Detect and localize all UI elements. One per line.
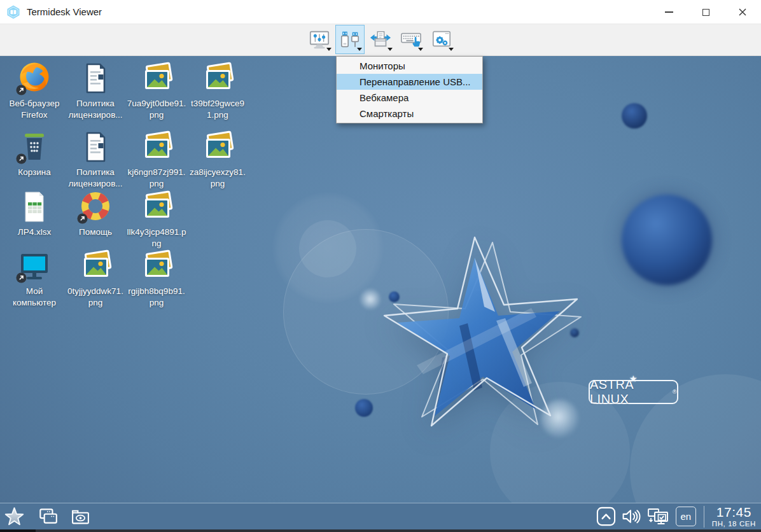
icon-label: Веб-браузер Firefox <box>4 98 65 120</box>
astra-linux-badge: ★ ASTRA LINUX ® <box>589 380 678 404</box>
menu-item-smartcards[interactable]: Смарткарты <box>337 106 482 122</box>
file-transfer-button[interactable] <box>366 25 395 54</box>
icon-label: 0tyjjyyddwk71.png <box>65 286 126 308</box>
chevron-down-icon <box>449 48 454 51</box>
icon-label: za8ijcyexzy81.png <box>187 167 248 189</box>
bokeh-circle <box>272 192 384 304</box>
termidesk-logo-icon <box>6 4 21 20</box>
keyboard-input-icon <box>400 29 422 50</box>
title-bar: Termidesk Viewer <box>0 0 761 24</box>
desktop-icon-image-file[interactable]: llk4y3jcp4891.png <box>126 189 187 249</box>
astra-star-logo <box>379 230 589 440</box>
icon-label: llk4y3jcp4891.png <box>126 227 187 249</box>
shortcut-arrow-icon <box>16 272 27 283</box>
desktop-icon-my-computer[interactable]: Мой компьютер <box>4 248 65 308</box>
badge-star-icon: ★ <box>629 374 638 384</box>
close-icon <box>738 8 747 17</box>
desktop-icon-lr4-xlsx[interactable]: ЛР4.xlsx <box>4 189 65 238</box>
icon-label: t39bf29gwce91.png <box>187 98 248 120</box>
icon-label: Политика лицензиров... <box>65 98 126 120</box>
date: ПН, 18 СЕН <box>712 521 756 528</box>
language-indicator[interactable]: en <box>676 507 696 526</box>
display-connection-icon[interactable] <box>647 507 670 526</box>
decor-sphere <box>622 103 647 129</box>
chevron-down-icon <box>418 48 423 51</box>
menu-item-webcam[interactable]: Вебкамера <box>337 90 482 106</box>
tray-divider <box>704 506 704 528</box>
icon-label: rgijbh8bq9b91.png <box>126 286 187 308</box>
desktop-icon-image-file[interactable]: t39bf29gwce91.png <box>187 60 248 120</box>
desktop-icon-image-file[interactable]: za8ijcyexzy81.png <box>187 129 248 189</box>
preferences-icon <box>431 29 452 50</box>
time: 17:45 <box>712 505 756 519</box>
maximize-button[interactable] <box>687 0 724 24</box>
start-menu-star-button[interactable] <box>4 507 25 526</box>
screen-edge-strip <box>0 529 761 532</box>
icon-label: ЛР4.xlsx <box>4 227 65 238</box>
icon-label: Мой компьютер <box>4 286 65 308</box>
shortcut-arrow-icon <box>16 85 27 95</box>
decor-sphere <box>355 399 373 417</box>
menu-item-monitors[interactable]: Мониторы <box>337 58 482 74</box>
desktop-icon-license-policy-2[interactable]: Политика лицензиров... <box>65 129 126 189</box>
desktop-icon-help[interactable]: Помощь <box>65 189 126 238</box>
preferences-button[interactable] <box>427 25 456 54</box>
termidesk-viewer-window: Termidesk Viewer <box>0 0 761 532</box>
display-settings-button[interactable] <box>305 25 334 54</box>
desktop-icon-license-policy-1[interactable]: Политика лицензиров... <box>65 60 126 120</box>
chevron-down-icon <box>387 48 393 51</box>
screenshot-tool-button[interactable] <box>71 508 90 525</box>
menu-item-usb-redirect[interactable]: Перенаправление USB... <box>337 74 482 90</box>
viewer-toolbar <box>0 24 761 56</box>
file-transfer-icon <box>370 29 391 50</box>
remote-taskbar: en 17:45 ПН, 18 СЕН <box>0 503 761 529</box>
icon-label: Корзина <box>4 167 65 178</box>
icon-label: Помощь <box>65 227 126 238</box>
display-settings-icon <box>309 29 330 50</box>
shortcut-arrow-icon <box>77 213 88 224</box>
bokeh-circle <box>299 220 356 277</box>
minimize-button[interactable] <box>650 0 687 24</box>
icon-label: 7ua9yjt0dbe91.png <box>126 98 187 120</box>
usb-toolbar-dropdown-menu: Мониторы Перенаправление USB... Вебкамер… <box>336 56 483 123</box>
volume-icon[interactable] <box>622 508 641 525</box>
chevron-down-icon <box>357 48 362 51</box>
registered-mark: ® <box>673 389 677 395</box>
close-button[interactable] <box>724 0 761 24</box>
icon-label: Политика лицензиров... <box>65 167 126 189</box>
desktop-icon-image-file[interactable]: rgijbh8bq9b91.png <box>126 248 187 308</box>
window-switcher-button[interactable] <box>37 507 59 526</box>
tray-expand-button[interactable] <box>596 507 616 526</box>
usb-redirect-icon <box>339 29 361 50</box>
desktop-icon-trash[interactable]: Корзина <box>4 129 65 178</box>
decor-sphere-large <box>622 195 712 285</box>
keyboard-input-button[interactable] <box>396 25 426 54</box>
chevron-down-icon <box>326 48 332 51</box>
shortcut-arrow-icon <box>16 153 27 164</box>
window-title: Termidesk Viewer <box>27 6 102 17</box>
desktop-icon-image-file[interactable]: 7ua9yjt0dbe91.png <box>126 60 187 120</box>
desktop-icon-firefox[interactable]: Веб-браузер Firefox <box>4 60 65 120</box>
usb-redirect-button[interactable] <box>335 25 365 54</box>
desktop-icon-image-file[interactable]: 0tyjjyyddwk71.png <box>65 248 126 308</box>
desktop-icon-image-file[interactable]: kj6ngn87zj991.png <box>126 129 187 189</box>
icon-label: kj6ngn87zj991.png <box>126 167 187 189</box>
clock[interactable]: 17:45 ПН, 18 СЕН <box>712 505 757 528</box>
